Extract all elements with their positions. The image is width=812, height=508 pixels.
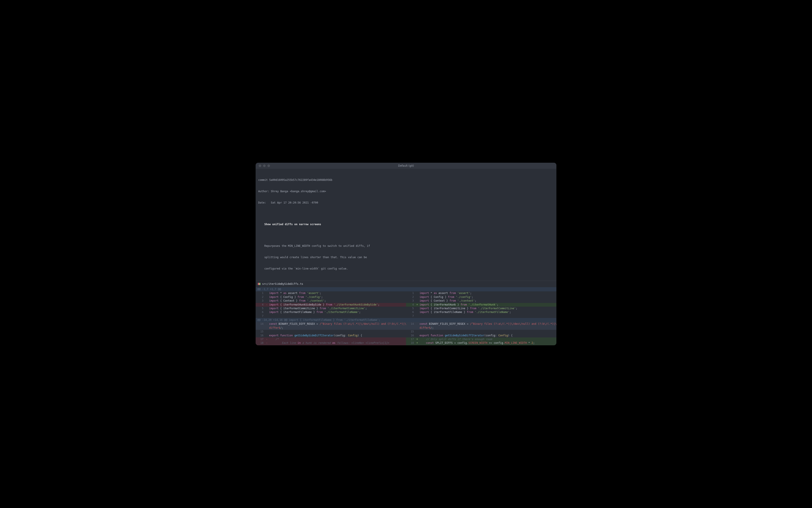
code-line: // Only split diffs if there's enough ro…: [419, 337, 556, 341]
left-pane: 2 import { Config } from './config';: [256, 295, 406, 299]
window-title: Default (git): [398, 164, 414, 167]
diff-sign: [265, 291, 268, 295]
left-pane: 15: [256, 330, 406, 334]
diff-sign: +: [416, 341, 419, 345]
diff-row: 14 const BINARY_FILES_DIFF_REGEX = /^Bin…: [256, 322, 556, 326]
right-pane: 1 import * as assert from 'assert';: [406, 291, 556, 295]
code-line: [419, 345, 556, 345]
line-number: 16: [406, 334, 416, 337]
zoom-icon[interactable]: [267, 164, 270, 167]
code-line: import { iterFormatCommitLine } from './…: [419, 307, 556, 310]
minimize-icon[interactable]: [263, 164, 266, 167]
left-pane: 1 import * as assert from 'assert';: [256, 291, 406, 295]
diff-sign: [265, 334, 268, 337]
code-line: <lineWithoutPrefix><lineNo> <linePrefix>…: [268, 345, 406, 345]
traffic-lights: [256, 164, 270, 167]
line-number: 15: [256, 330, 265, 334]
code-line: import { Config } from './config';: [419, 295, 556, 299]
line-number: 17: [256, 337, 265, 341]
diff-row: 5 import { iterFormatCommitLine } from '…: [256, 307, 556, 310]
code-line: export function getSideBySideDiffIterato…: [268, 334, 406, 337]
line-number: 6: [256, 310, 265, 314]
commit-body-line: splitting would create lines shorter tha…: [258, 256, 554, 259]
diff-sign: [265, 295, 268, 299]
diff-row: 3 import { Context } from './context';3 …: [256, 299, 556, 303]
diff-body: @@ -1,7 +1,7 @@1 import * as assert from…: [256, 287, 556, 345]
commit-header: commit 5a00d16095a255b57c762289fa434e180…: [256, 169, 556, 279]
diff-sign: [416, 299, 419, 303]
commit-author: Author: Shrey Banga <banga.shrey@gmail.c…: [258, 189, 554, 193]
diff-row: 1 import * as assert from 'assert';1 imp…: [256, 291, 556, 295]
left-pane: 14 const BINARY_FILES_DIFF_REGEX = /^Bin…: [256, 322, 406, 326]
line-number: 5: [256, 307, 265, 310]
diff-icon: [258, 283, 260, 285]
line-number: 14: [406, 322, 416, 326]
line-number: 14: [256, 322, 265, 326]
code-line: /*: [268, 337, 406, 341]
line-number: 15: [406, 330, 416, 334]
diff-row: 16 export function getSideBySideDiffIter…: [256, 334, 556, 337]
line-number: 19: [256, 345, 265, 345]
code-line: import { iterFormatHunkSideBySide } from…: [268, 303, 406, 307]
code-line: import { iterFormatCommitLine } from './…: [268, 307, 406, 310]
code-line: [268, 330, 406, 334]
right-pane: 16 export function getSideBySideDiffIter…: [406, 334, 556, 337]
line-number: 16: [256, 334, 265, 337]
left-pane: 19- <lineWithoutPrefix><lineNo> <linePre…: [256, 345, 406, 345]
file-header: src/iterSideBySideDiffs.ts: [256, 281, 556, 287]
hunk-header: @@ -1,7 +1,7 @@: [256, 287, 556, 291]
code-line: import { Config } from './config';: [268, 295, 406, 299]
code-line: import { iterFormatFileName } from './it…: [268, 310, 406, 314]
code-line: import { Context } from './context';: [419, 299, 556, 303]
code-line: import { iterFormatFileName } from './it…: [419, 310, 556, 314]
left-pane: 6 import { iterFormatFileName } from './…: [256, 310, 406, 314]
diff-row: 17- /*17+ // Only split diffs if there's…: [256, 337, 556, 341]
left-pane: 7: [256, 314, 406, 318]
line-number: 1: [256, 291, 265, 295]
diff-row: 19- <lineWithoutPrefix><lineNo> <linePre…: [256, 345, 556, 345]
diff-sign: +: [416, 303, 419, 307]
diff-sign: [416, 291, 419, 295]
code-line: const BINARY_FILES_DIFF_REGEX = /^Binary…: [268, 322, 406, 326]
right-pane: 15: [406, 330, 556, 334]
commit-hash: commit 5a00d16095a255b57c762289fa434e180…: [258, 178, 554, 182]
line-number: 7: [256, 314, 265, 318]
code-line: import * as assert from 'assert';: [419, 291, 556, 295]
diff-sign: [416, 295, 419, 299]
diff-row: 6 import { iterFormatFileName } from './…: [256, 310, 556, 314]
diff-sign: [265, 322, 268, 326]
code-line: [419, 330, 556, 334]
terminal-window: Default (git) commit 5a00d16095a255b57c7…: [256, 163, 556, 345]
right-pane: 19+: [406, 345, 556, 345]
right-pane: 2 import { Config } from './config';: [406, 295, 556, 299]
code-line: Each line in a hunk is rendered as follo…: [268, 341, 406, 345]
right-pane: 5 import { iterFormatCommitLine } from '…: [406, 307, 556, 310]
right-pane: 4+import { iterFormatHunk } from './iter…: [406, 303, 556, 307]
line-number: 2: [406, 295, 416, 299]
diff-row: 4-import { iterFormatHunkSideBySide } fr…: [256, 303, 556, 307]
code-line: const SPLIT_DIFFS = config.SCREEN_WIDTH …: [419, 341, 556, 345]
titlebar[interactable]: Default (git): [256, 163, 556, 169]
left-pane: 18- Each line in a hunk is rendered as f…: [256, 341, 406, 345]
terminal-content[interactable]: commit 5a00d16095a255b57c762289fa434e180…: [256, 169, 556, 345]
line-number: 4: [256, 303, 265, 307]
diff-sign: +: [416, 345, 419, 345]
code-line: export function getSideBySideDiffIterato…: [419, 334, 556, 337]
close-icon[interactable]: [259, 164, 261, 167]
diff-sign: [265, 299, 268, 303]
left-pane: 16 export function getSideBySideDiffIter…: [256, 334, 406, 337]
diff-row: 15 15: [256, 330, 556, 334]
code-line: [419, 314, 556, 318]
line-number: [256, 326, 265, 330]
left-pane: 5 import { iterFormatCommitLine } from '…: [256, 307, 406, 310]
diff-sign: -: [265, 341, 268, 345]
diff-sign: [265, 310, 268, 314]
right-pane: 6 import { iterFormatFileName } from './…: [406, 310, 556, 314]
diff-row: 18- Each line in a hunk is rendered as f…: [256, 341, 556, 345]
line-number: 3: [256, 299, 265, 303]
right-pane: 17+ // Only split diffs if there's enoug…: [406, 337, 556, 341]
line-number: 2: [256, 295, 265, 299]
diff-sign: -: [265, 345, 268, 345]
hunk-header: @@ -14,20 +14,16 @@ import { iterFormatF…: [256, 318, 556, 322]
diff-sign: [265, 330, 268, 334]
